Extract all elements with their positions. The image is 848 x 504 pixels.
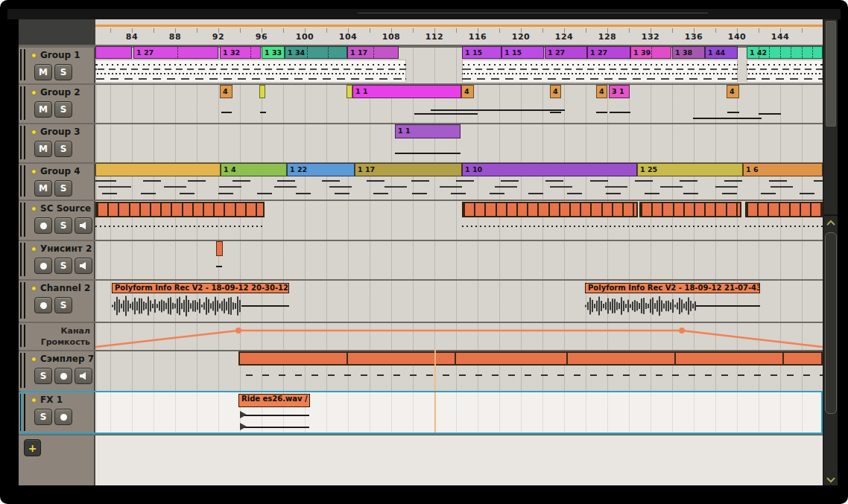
track-header-fx-1[interactable]: FX 1S [19, 392, 94, 434]
track-drag-handle[interactable] [20, 49, 26, 80]
clip[interactable]: 1 4 [221, 163, 287, 176]
record-arm-button[interactable] [34, 258, 52, 274]
clip[interactable]: 1 44 [705, 46, 738, 59]
clip-loop-marker [373, 47, 374, 58]
clip[interactable]: 1 1 [395, 124, 461, 138]
record-arm-button[interactable] [34, 297, 52, 313]
track-drag-handle[interactable] [20, 394, 26, 431]
clip[interactable]: 1 15 [501, 46, 544, 59]
clip-loop-marker [769, 47, 770, 58]
clip-loop-marker [780, 47, 781, 58]
clip-sequence[interactable] [745, 202, 823, 217]
clip[interactable]: 1 27 [545, 46, 587, 59]
clip[interactable] [259, 85, 265, 98]
track-header-unisint-2[interactable]: Унисинт 2S [19, 241, 94, 279]
clip[interactable]: 1 38 [672, 46, 705, 59]
track-header-channel-2[interactable]: Channel 2S [19, 281, 94, 322]
midi-note-preview [95, 178, 823, 198]
clip-sequence[interactable] [462, 202, 638, 217]
solo-button[interactable]: S [54, 258, 72, 274]
clip-sequence[interactable] [95, 202, 265, 217]
clip[interactable]: 1 25 [637, 163, 743, 176]
clip[interactable]: 1 27 [133, 46, 218, 59]
record-arm-button[interactable] [54, 368, 72, 384]
track-drag-handle[interactable] [20, 353, 26, 388]
track-drag-handle[interactable] [20, 126, 26, 159]
track-color-dot [31, 169, 37, 174]
track-drag-handle[interactable] [20, 165, 26, 197]
ruler-tick [370, 28, 370, 33]
scrollbar-thumb-upper[interactable] [826, 21, 836, 127]
clip-title-bar[interactable]: Polyform Info Rec V2 - 18-09-12 21-07-43… [585, 283, 760, 293]
track-header-group4[interactable]: Group 4MS [19, 164, 94, 200]
clip-loop-marker [328, 47, 329, 58]
ruler-bar-number: 104 [339, 32, 357, 42]
clip[interactable]: 1 6 [743, 163, 823, 176]
clip[interactable]: 1 32 [220, 46, 261, 59]
track-drag-handle[interactable] [20, 243, 26, 276]
scrollbar-thumb-lower[interactable] [825, 232, 837, 414]
monitor-speaker-button[interactable] [75, 258, 92, 274]
track-header-group2[interactable]: Group 2MS [19, 85, 94, 123]
track-drag-handle[interactable] [20, 86, 26, 120]
track-header-sc-source[interactable]: SC SourceS [19, 201, 94, 240]
clip[interactable]: 4 [550, 85, 561, 98]
monitor-speaker-button[interactable] [75, 217, 92, 234]
solo-button[interactable]: S [54, 64, 72, 80]
clip[interactable]: 1 1 [352, 85, 461, 98]
loop-scrub-bar[interactable] [95, 25, 823, 27]
track-drag-handle[interactable] [20, 202, 26, 237]
clip-sequence[interactable] [639, 202, 741, 217]
clip[interactable]: 1 34 [285, 46, 347, 59]
mute-button[interactable]: M [34, 141, 52, 157]
clip[interactable]: 3 1 [609, 85, 630, 98]
solo-button[interactable]: S [34, 368, 52, 384]
track-header-group1[interactable]: Group 1MS [19, 48, 94, 83]
clip[interactable]: 1 15 [462, 46, 501, 59]
track-header-sampler-7[interactable]: Сэмплер 7S [19, 351, 94, 391]
solo-button[interactable]: S [54, 297, 72, 313]
automation-line[interactable] [82, 322, 824, 350]
clip[interactable]: 4 [461, 85, 474, 98]
clip[interactable] [95, 163, 221, 176]
clip[interactable]: 4 [727, 85, 739, 98]
record-arm-button[interactable] [34, 217, 52, 234]
automation-breakpoint [679, 328, 685, 334]
track-header-group3[interactable]: Group 3MS [19, 124, 94, 162]
scroll-up-icon[interactable] [826, 220, 835, 226]
timeline-ruler[interactable] [95, 19, 823, 46]
solo-button[interactable]: S [54, 101, 72, 118]
mute-button[interactable]: M [34, 180, 52, 197]
clip[interactable]: 1 22 [287, 163, 355, 176]
clip[interactable]: 1 10 [462, 163, 637, 176]
clip[interactable]: 1 17 [355, 163, 462, 176]
clip[interactable]: 4 [596, 85, 607, 98]
track-name: Унисинт 2 [40, 243, 92, 254]
automation-breakpoint [235, 328, 241, 334]
clip[interactable]: 1 33 [262, 46, 285, 59]
solo-button[interactable]: S [54, 141, 72, 157]
solo-button[interactable]: S [54, 217, 72, 234]
scroll-down-icon[interactable] [826, 476, 835, 483]
solo-button[interactable]: S [54, 180, 72, 197]
clip[interactable] [347, 85, 352, 98]
add-track-button[interactable]: + [24, 439, 41, 456]
clip[interactable]: 1 27 [587, 46, 630, 59]
mute-button[interactable]: M [34, 101, 52, 118]
clip[interactable]: 1 39 [630, 46, 671, 59]
solo-button[interactable]: S [34, 409, 52, 425]
clip[interactable] [216, 241, 223, 256]
mute-button[interactable]: M [34, 64, 52, 80]
clip-title-bar[interactable]: Polyform Info Rec V2 - 18-09-12 20-30-12… [112, 283, 289, 293]
track-drag-handle[interactable] [20, 282, 26, 319]
clip[interactable] [95, 46, 132, 59]
clip-sequence[interactable] [238, 351, 823, 366]
ruler-bar-number: 84 [126, 32, 138, 42]
clip[interactable]: 1 17 [347, 46, 399, 59]
note-preview-line [221, 112, 232, 113]
clip[interactable]: 1 42 [747, 46, 823, 59]
monitor-speaker-button[interactable] [75, 368, 92, 384]
record-arm-button[interactable] [54, 409, 72, 425]
clip[interactable]: 4 [220, 85, 232, 98]
clip-title-bar[interactable]: Ride es26.wav / 0 [238, 394, 310, 407]
